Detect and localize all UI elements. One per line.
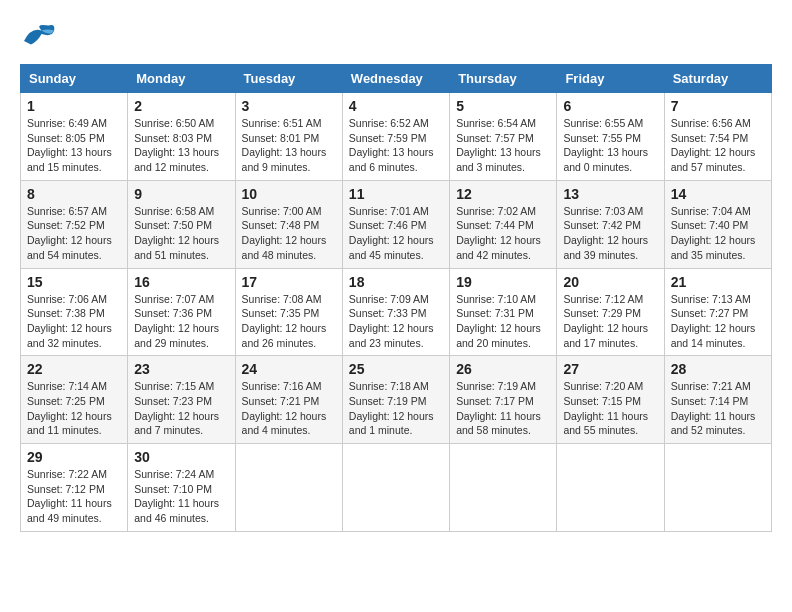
day-info: Sunrise: 7:18 AMSunset: 7:19 PMDaylight:… xyxy=(349,379,443,438)
day-info: Sunrise: 7:01 AMSunset: 7:46 PMDaylight:… xyxy=(349,204,443,263)
day-info: Sunrise: 6:49 AMSunset: 8:05 PMDaylight:… xyxy=(27,116,121,175)
calendar-cell xyxy=(235,444,342,532)
day-info: Sunrise: 6:54 AMSunset: 7:57 PMDaylight:… xyxy=(456,116,550,175)
day-info: Sunrise: 7:12 AMSunset: 7:29 PMDaylight:… xyxy=(563,292,657,351)
day-number: 25 xyxy=(349,361,443,377)
day-number: 27 xyxy=(563,361,657,377)
logo xyxy=(20,20,60,48)
day-info: Sunrise: 7:22 AMSunset: 7:12 PMDaylight:… xyxy=(27,467,121,526)
calendar-cell: 20Sunrise: 7:12 AMSunset: 7:29 PMDayligh… xyxy=(557,268,664,356)
day-number: 3 xyxy=(242,98,336,114)
calendar-cell xyxy=(450,444,557,532)
calendar-cell: 16Sunrise: 7:07 AMSunset: 7:36 PMDayligh… xyxy=(128,268,235,356)
calendar-cell: 23Sunrise: 7:15 AMSunset: 7:23 PMDayligh… xyxy=(128,356,235,444)
day-info: Sunrise: 7:10 AMSunset: 7:31 PMDaylight:… xyxy=(456,292,550,351)
calendar-cell: 30Sunrise: 7:24 AMSunset: 7:10 PMDayligh… xyxy=(128,444,235,532)
day-number: 23 xyxy=(134,361,228,377)
day-info: Sunrise: 6:51 AMSunset: 8:01 PMDaylight:… xyxy=(242,116,336,175)
days-of-week-row: SundayMondayTuesdayWednesdayThursdayFrid… xyxy=(21,65,772,93)
week-row-3: 15Sunrise: 7:06 AMSunset: 7:38 PMDayligh… xyxy=(21,268,772,356)
day-info: Sunrise: 7:06 AMSunset: 7:38 PMDaylight:… xyxy=(27,292,121,351)
calendar-cell: 5Sunrise: 6:54 AMSunset: 7:57 PMDaylight… xyxy=(450,93,557,181)
day-number: 18 xyxy=(349,274,443,290)
day-number: 29 xyxy=(27,449,121,465)
calendar-cell: 22Sunrise: 7:14 AMSunset: 7:25 PMDayligh… xyxy=(21,356,128,444)
calendar-cell: 14Sunrise: 7:04 AMSunset: 7:40 PMDayligh… xyxy=(664,180,771,268)
page-header xyxy=(20,20,772,48)
day-info: Sunrise: 7:07 AMSunset: 7:36 PMDaylight:… xyxy=(134,292,228,351)
day-info: Sunrise: 7:21 AMSunset: 7:14 PMDaylight:… xyxy=(671,379,765,438)
day-number: 30 xyxy=(134,449,228,465)
day-number: 11 xyxy=(349,186,443,202)
calendar-cell: 18Sunrise: 7:09 AMSunset: 7:33 PMDayligh… xyxy=(342,268,449,356)
calendar-cell: 28Sunrise: 7:21 AMSunset: 7:14 PMDayligh… xyxy=(664,356,771,444)
day-number: 2 xyxy=(134,98,228,114)
calendar-cell: 6Sunrise: 6:55 AMSunset: 7:55 PMDaylight… xyxy=(557,93,664,181)
calendar-cell: 4Sunrise: 6:52 AMSunset: 7:59 PMDaylight… xyxy=(342,93,449,181)
calendar-cell: 21Sunrise: 7:13 AMSunset: 7:27 PMDayligh… xyxy=(664,268,771,356)
day-number: 13 xyxy=(563,186,657,202)
week-row-5: 29Sunrise: 7:22 AMSunset: 7:12 PMDayligh… xyxy=(21,444,772,532)
week-row-1: 1Sunrise: 6:49 AMSunset: 8:05 PMDaylight… xyxy=(21,93,772,181)
day-number: 21 xyxy=(671,274,765,290)
calendar-cell: 13Sunrise: 7:03 AMSunset: 7:42 PMDayligh… xyxy=(557,180,664,268)
calendar-cell: 29Sunrise: 7:22 AMSunset: 7:12 PMDayligh… xyxy=(21,444,128,532)
day-number: 10 xyxy=(242,186,336,202)
day-info: Sunrise: 7:13 AMSunset: 7:27 PMDaylight:… xyxy=(671,292,765,351)
calendar-header: SundayMondayTuesdayWednesdayThursdayFrid… xyxy=(21,65,772,93)
day-info: Sunrise: 6:56 AMSunset: 7:54 PMDaylight:… xyxy=(671,116,765,175)
day-number: 24 xyxy=(242,361,336,377)
day-header-wednesday: Wednesday xyxy=(342,65,449,93)
calendar-cell: 8Sunrise: 6:57 AMSunset: 7:52 PMDaylight… xyxy=(21,180,128,268)
day-info: Sunrise: 7:03 AMSunset: 7:42 PMDaylight:… xyxy=(563,204,657,263)
day-number: 4 xyxy=(349,98,443,114)
week-row-2: 8Sunrise: 6:57 AMSunset: 7:52 PMDaylight… xyxy=(21,180,772,268)
day-info: Sunrise: 7:19 AMSunset: 7:17 PMDaylight:… xyxy=(456,379,550,438)
calendar-cell: 26Sunrise: 7:19 AMSunset: 7:17 PMDayligh… xyxy=(450,356,557,444)
calendar-cell: 9Sunrise: 6:58 AMSunset: 7:50 PMDaylight… xyxy=(128,180,235,268)
day-info: Sunrise: 6:55 AMSunset: 7:55 PMDaylight:… xyxy=(563,116,657,175)
day-info: Sunrise: 7:00 AMSunset: 7:48 PMDaylight:… xyxy=(242,204,336,263)
day-number: 26 xyxy=(456,361,550,377)
day-info: Sunrise: 6:57 AMSunset: 7:52 PMDaylight:… xyxy=(27,204,121,263)
calendar-cell xyxy=(664,444,771,532)
calendar-body: 1Sunrise: 6:49 AMSunset: 8:05 PMDaylight… xyxy=(21,93,772,532)
day-number: 17 xyxy=(242,274,336,290)
day-number: 22 xyxy=(27,361,121,377)
day-header-sunday: Sunday xyxy=(21,65,128,93)
logo-icon xyxy=(20,20,56,48)
day-number: 20 xyxy=(563,274,657,290)
calendar-cell: 15Sunrise: 7:06 AMSunset: 7:38 PMDayligh… xyxy=(21,268,128,356)
day-info: Sunrise: 6:52 AMSunset: 7:59 PMDaylight:… xyxy=(349,116,443,175)
day-info: Sunrise: 7:09 AMSunset: 7:33 PMDaylight:… xyxy=(349,292,443,351)
calendar-cell xyxy=(557,444,664,532)
calendar-cell: 11Sunrise: 7:01 AMSunset: 7:46 PMDayligh… xyxy=(342,180,449,268)
day-number: 16 xyxy=(134,274,228,290)
calendar-cell xyxy=(342,444,449,532)
calendar-cell: 7Sunrise: 6:56 AMSunset: 7:54 PMDaylight… xyxy=(664,93,771,181)
day-header-saturday: Saturday xyxy=(664,65,771,93)
day-number: 12 xyxy=(456,186,550,202)
day-info: Sunrise: 7:15 AMSunset: 7:23 PMDaylight:… xyxy=(134,379,228,438)
calendar-cell: 17Sunrise: 7:08 AMSunset: 7:35 PMDayligh… xyxy=(235,268,342,356)
day-number: 7 xyxy=(671,98,765,114)
day-info: Sunrise: 6:50 AMSunset: 8:03 PMDaylight:… xyxy=(134,116,228,175)
day-info: Sunrise: 7:08 AMSunset: 7:35 PMDaylight:… xyxy=(242,292,336,351)
day-info: Sunrise: 7:02 AMSunset: 7:44 PMDaylight:… xyxy=(456,204,550,263)
day-number: 28 xyxy=(671,361,765,377)
day-number: 6 xyxy=(563,98,657,114)
calendar-cell: 19Sunrise: 7:10 AMSunset: 7:31 PMDayligh… xyxy=(450,268,557,356)
calendar-cell: 2Sunrise: 6:50 AMSunset: 8:03 PMDaylight… xyxy=(128,93,235,181)
day-header-thursday: Thursday xyxy=(450,65,557,93)
calendar-cell: 10Sunrise: 7:00 AMSunset: 7:48 PMDayligh… xyxy=(235,180,342,268)
day-info: Sunrise: 7:24 AMSunset: 7:10 PMDaylight:… xyxy=(134,467,228,526)
day-info: Sunrise: 7:16 AMSunset: 7:21 PMDaylight:… xyxy=(242,379,336,438)
day-number: 14 xyxy=(671,186,765,202)
day-number: 1 xyxy=(27,98,121,114)
calendar-cell: 3Sunrise: 6:51 AMSunset: 8:01 PMDaylight… xyxy=(235,93,342,181)
calendar-cell: 27Sunrise: 7:20 AMSunset: 7:15 PMDayligh… xyxy=(557,356,664,444)
calendar-cell: 25Sunrise: 7:18 AMSunset: 7:19 PMDayligh… xyxy=(342,356,449,444)
day-number: 19 xyxy=(456,274,550,290)
day-number: 9 xyxy=(134,186,228,202)
day-header-tuesday: Tuesday xyxy=(235,65,342,93)
